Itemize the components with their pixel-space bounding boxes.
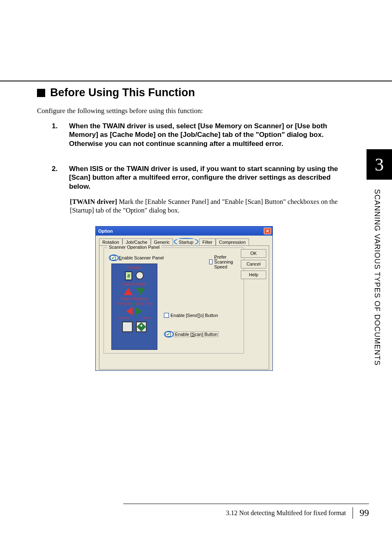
prefer-scanning-speed-checkbox[interactable] [209,259,212,264]
cancel-button[interactable]: Cancel [241,260,266,268]
thickness-left-icon [126,307,133,315]
panel-function-label: Function [112,266,157,270]
enable-sendto-checkbox[interactable] [164,313,169,318]
enable-scanner-panel-checkbox[interactable] [111,255,115,260]
footer-rule [123,504,369,504]
fieldset-legend: Scanner Operation Panel [107,245,161,250]
top-rule [0,81,392,81]
panel-scan-label: Scan [143,316,150,320]
enable-panel-highlight-icon [109,254,119,261]
twain-driver-paragraph: [TWAIN driver] Mark the [Enable Scanner … [70,198,349,215]
twain-driver-label: [TWAIN driver] [70,198,117,206]
prefer-scanning-speed-label: Prefer Scanning Speed [214,254,244,269]
enable-sendto-row: Enable [SendTo] Button [164,313,218,318]
chapter-tab: 3 [367,149,392,180]
section-heading-text: Before Using This Function [50,86,195,99]
scanner-operation-panel-fieldset: Scanner Operation Panel Enable Scanner P… [104,247,244,354]
step-1: 1. When the TWAIN driver is used, select… [53,122,340,148]
dialog-titlebar: Option × [96,227,272,236]
panel-knob-icon [136,271,144,280]
footer-separator [353,507,353,519]
chapter-number: 3 [375,154,384,175]
page-footer: 3.12 Not detecting Multifeed for fixed f… [0,504,392,519]
step-1-text: When the TWAIN driver is used, select [U… [69,122,340,148]
heading-bullet-icon [37,89,45,97]
panel-scan-button-icon [136,321,147,332]
dialog-body: Scanner Operation Panel Enable Scanner P… [99,245,269,370]
panel-sendto-button-icon [122,321,133,332]
tab-startup-highlight: Startup [174,238,198,245]
tab-startup[interactable]: Startup [177,239,195,245]
dialog-title: Option [98,229,113,234]
section-heading: Before Using This Function [37,86,195,99]
thickness-right-icon [136,307,143,315]
panel-hopper-label: Hopper Height [112,282,157,286]
tab-compression[interactable]: Compression [216,238,249,246]
enable-sendto-label: Enable [SendTo] Button [171,313,218,318]
chapter-title-vertical: SCANNING VARIOUS TYPES OF DOCUMENTS [373,189,381,365]
ok-button[interactable]: OK [241,249,266,258]
step-1-number: 1. [52,122,58,130]
step-2: 2. When ISIS or the TWAIN driver is used… [53,164,340,191]
panel-led-digit: 8 [125,271,132,280]
close-icon[interactable]: × [264,228,271,234]
hopper-down-icon [136,288,145,295]
dialog-tabs: Rotation Job/Cache Generic Startup Filte… [96,236,272,245]
thin-label: Thin [116,302,123,305]
step-2-number: 2. [52,164,58,173]
tab-filter[interactable]: Filter [199,238,216,246]
hopper-up-icon [124,288,133,295]
panel-paper-label: Paper Thickness [112,297,157,301]
scanner-panel-graphic: Function 8 Hopper Height Paper Thickness… [111,264,157,350]
thick-label: Thick [145,302,152,305]
enable-scanner-panel-label: Enable Scanner Panel [119,255,164,260]
enable-scan-row: Enable [Scan] Button [164,331,219,338]
help-button[interactable]: Help [241,271,266,279]
thickness-dots: Thin Thick [112,302,157,305]
option-dialog: Option × Rotation Job/Cache Generic Star… [95,226,273,371]
prefer-scanning-speed-row: Prefer Scanning Speed [209,254,244,269]
step-2-text: When ISIS or the TWAIN driver is used, i… [69,164,340,191]
enable-scan-checkbox[interactable] [166,332,171,337]
footer-section: 3.12 Not detecting Multifeed for fixed f… [226,509,346,517]
panel-sendto-label: SendTo [118,316,129,320]
enable-scan-highlight-icon [164,331,174,338]
enable-scan-label: Enable [Scan] Button [174,331,219,337]
intro-text: Configure the following settings before … [37,107,203,115]
footer-page-number: 99 [360,508,369,518]
enable-scanner-panel-row: Enable Scanner Panel [109,254,164,261]
